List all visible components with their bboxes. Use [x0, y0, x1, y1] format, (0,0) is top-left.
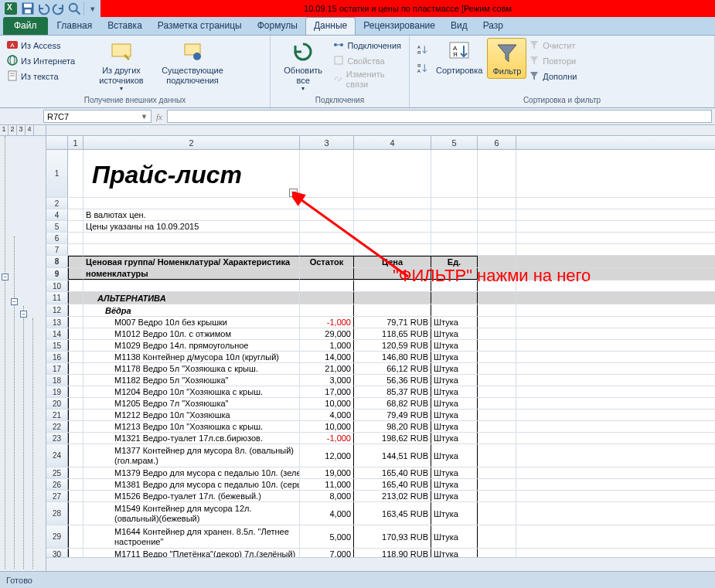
col-header[interactable]: 3	[300, 136, 354, 149]
from-access-button[interactable]: AИз Access	[5, 38, 90, 53]
table-row[interactable]: 19М1204 Ведро 10л "Хозяюшка с крыш.17,00…	[46, 386, 715, 398]
table-row[interactable]: 15М1029 Ведро 14л. прямоугольное1,000120…	[46, 340, 715, 352]
table-row[interactable]: 17М1178 Ведро 5л "Хозяюшка с крыш.21,000…	[46, 363, 715, 375]
sort-desc-button[interactable]: ЯA	[414, 59, 431, 78]
col-header[interactable]: 2	[83, 136, 300, 149]
svg-rect-1	[24, 4, 32, 8]
print-preview-icon[interactable]	[66, 2, 82, 15]
undo-icon[interactable]	[36, 2, 51, 15]
redo-icon[interactable]	[51, 2, 66, 15]
existing-conn-icon	[180, 39, 205, 64]
quick-access-toolbar: ▾	[0, 0, 100, 17]
refresh-all-button[interactable]: Обновить все▾	[275, 38, 331, 93]
properties-button: Свойства	[331, 53, 404, 69]
edit-links-button: Изменить связи	[331, 69, 404, 90]
outline-level-2[interactable]: 2	[9, 125, 17, 135]
from-other-sources-button[interactable]: Из других источников▾	[90, 38, 153, 93]
edit-links-icon	[332, 73, 343, 85]
horizontal-scrollbar[interactable]	[46, 557, 715, 571]
svg-line-4	[77, 11, 80, 15]
reapply-button: Повтори	[526, 53, 588, 69]
tab-home[interactable]: Главная	[49, 18, 100, 35]
status-bar: Готово	[0, 571, 715, 588]
qat-dropdown-icon[interactable]: ▾	[83, 2, 99, 15]
table-row[interactable]: 25М1379 Ведро для мусора с педалью 10л. …	[46, 467, 715, 479]
tab-formulas[interactable]: Формулы	[250, 18, 305, 35]
table-row[interactable]: 14М1012 Ведро 10л. с отжимом29,000118,65…	[46, 328, 715, 340]
formula-bar[interactable]	[167, 110, 712, 123]
table-row[interactable]: 21М1212 Ведро 10л "Хозяюшка4,00079,49 RU…	[46, 410, 715, 421]
tab-developer[interactable]: Разр	[475, 18, 511, 35]
from-web-button[interactable]: Из Интернета	[5, 53, 90, 69]
sort-asc-button[interactable]: AЯ	[414, 41, 431, 59]
filter-button[interactable]: Фильтр	[487, 38, 526, 79]
outline-collapse[interactable]: −	[2, 274, 9, 280]
column-headers: 1 2 3 4 5 6	[46, 136, 715, 150]
tab-page-layout[interactable]: Разметка страницы	[150, 18, 250, 35]
svg-rect-2	[25, 9, 31, 13]
save-icon[interactable]	[20, 2, 36, 15]
access-icon: A	[6, 39, 19, 51]
sort-desc-icon: ЯA	[416, 61, 427, 75]
chevron-down-icon[interactable]: ▼	[141, 113, 148, 121]
connections-button[interactable]: Подключения	[331, 38, 404, 53]
table-row[interactable]: 27М1526 Ведро-туалет 17л. (бежевый.)8,00…	[46, 491, 715, 502]
reapply-icon	[528, 54, 540, 66]
table-row[interactable]: 22М1213 Ведро 10л "Хозяюшка с крыш.10,00…	[46, 421, 715, 433]
table-row[interactable]: 20М1205 Ведро 7л "Хозяюшка"10,00068,82 R…	[46, 398, 715, 410]
column-outline-bar: 1 2 3 4	[0, 125, 715, 136]
tab-review[interactable]: Рецензирование	[356, 18, 443, 35]
table-row[interactable]: 13М007 Ведро 10л без крышки-1,00079,71 R…	[46, 317, 715, 328]
sort-button[interactable]: AЯСортировка	[431, 38, 487, 77]
outline-level-1[interactable]: 1	[0, 125, 9, 135]
svg-rect-18	[335, 56, 342, 64]
name-box[interactable]: R7C7▼	[43, 110, 152, 123]
table-row[interactable]: 28М1549 Контейнер для мусора 12л. (оваль…	[46, 502, 715, 525]
ribbon: AИз Access Из Интернета Из текста Из дру…	[0, 36, 715, 108]
col-header[interactable]: 1	[68, 136, 83, 149]
existing-connections-button[interactable]: Существующие подключения	[153, 38, 232, 87]
currency-note: В валютах цен.	[83, 209, 300, 220]
svg-point-3	[70, 4, 77, 12]
table-row[interactable]: 29М1644 Контейнер для хранен. 8.5л. "Лет…	[46, 525, 715, 549]
table-row[interactable]: 16М1138 Контейнер д/мусора 10л (круглый)…	[46, 352, 715, 363]
outline-collapse[interactable]: −	[20, 311, 27, 318]
worksheet[interactable]: 1 2 3 4 − − − 1 2 3 4 5 6	[0, 125, 715, 573]
select-all-button[interactable]	[46, 136, 68, 149]
from-text-button[interactable]: Из текста	[5, 69, 90, 84]
col-header[interactable]: 5	[431, 136, 478, 149]
window-title: 10.09.15 остатки и цены по пластмассе [Р…	[100, 0, 715, 17]
text-icon	[6, 70, 19, 82]
tab-insert[interactable]: Вставка	[100, 18, 150, 35]
table-header: Остаток	[300, 256, 354, 267]
svg-point-7	[8, 56, 17, 65]
svg-point-14	[193, 53, 201, 60]
tab-view[interactable]: Вид	[443, 18, 475, 35]
row-outline-bar: − − −	[0, 136, 46, 573]
autofilter-dropdown[interactable]	[289, 189, 298, 197]
advanced-icon	[528, 70, 540, 82]
table-header: номенклатуры	[83, 268, 300, 280]
excel-icon[interactable]	[5, 2, 17, 15]
table-row[interactable]: 24М1377 Контейнер для мусора 8л. (овальн…	[46, 444, 715, 467]
connections-icon	[332, 39, 345, 51]
fx-label[interactable]: fx	[152, 108, 167, 124]
table-header: Ценовая группа/ Номенклатура/ Характерис…	[83, 256, 300, 267]
outline-level-4[interactable]: 4	[26, 125, 34, 135]
tab-file[interactable]: Файл	[3, 17, 48, 35]
web-icon	[6, 54, 19, 66]
group-external-data-label: Получение внешних данных	[0, 96, 270, 107]
col-header[interactable]: 4	[354, 136, 431, 149]
outline-level-3[interactable]: 3	[17, 125, 26, 135]
tab-data[interactable]: Данные	[305, 17, 356, 35]
date-note: Цены указаны на 10.09.2015	[83, 221, 300, 232]
col-header[interactable]: 6	[478, 136, 516, 149]
outline-collapse[interactable]: −	[11, 298, 18, 305]
svg-text:A: A	[10, 42, 15, 49]
table-row[interactable]: 23М1321 Ведро-туалет 17л.св.бирюзов.-1,0…	[46, 433, 715, 444]
table-row[interactable]: 18М1182 Ведро 5л "Хозяюшка"3,00056,36 RU…	[46, 375, 715, 386]
advanced-filter-button[interactable]: Дополни	[526, 69, 588, 84]
sort-icon: AЯ	[447, 39, 472, 64]
table-row[interactable]: 26М1381 Ведро для мусора с педалью 10л. …	[46, 479, 715, 491]
other-sources-icon	[109, 39, 134, 64]
